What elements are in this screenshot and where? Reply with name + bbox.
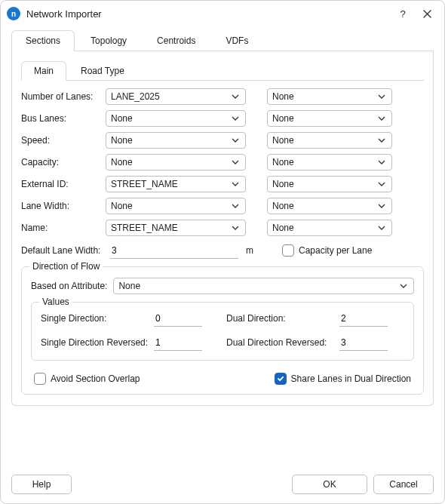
chevron-down-icon (376, 160, 387, 164)
tab-label: Centroids (157, 35, 195, 46)
label-capacity: Capacity: (21, 157, 106, 167)
direction-of-flow-group: Direction of Flow Based on Attribute: No… (21, 266, 424, 395)
tab-label: Road Type (81, 66, 124, 76)
chevron-down-icon (230, 94, 241, 99)
help-titlebar-button[interactable]: ? (393, 5, 413, 22)
sub-tabs: Main Road Type (21, 60, 424, 81)
combo-value: None (272, 157, 376, 167)
window-title: Network Importer (25, 8, 388, 20)
combo-number-of-lanes-right[interactable]: None (267, 88, 392, 105)
combo-lane-width-right[interactable]: None (267, 198, 392, 214)
app-icon-letter: n (11, 10, 16, 18)
svg-text:?: ? (400, 8, 405, 19)
help-button[interactable]: Help (11, 475, 72, 494)
combo-capacity-right[interactable]: None (267, 154, 392, 171)
tab-centroids[interactable]: Centroids (143, 30, 210, 51)
app-icon: n (7, 7, 20, 20)
button-label: Help (32, 479, 51, 490)
checkbox-label: Avoid Section Overlap (51, 373, 140, 384)
label-single-direction: Single Direction: (41, 313, 154, 324)
chevron-down-icon (376, 138, 387, 143)
label-dual-direction-reversed: Dual Direction Reversed: (226, 337, 339, 348)
chevron-down-icon (230, 138, 241, 143)
input-single-direction-reversed[interactable] (154, 334, 202, 351)
ok-button[interactable]: OK (292, 475, 367, 494)
label-default-lane-width: Default Lane Width: (21, 245, 106, 256)
label-based-on-attribute: Based on Attribute: (31, 281, 107, 291)
label-external-id: External ID: (21, 179, 106, 189)
input-single-direction[interactable] (154, 310, 202, 327)
combo-external-id-left[interactable]: STREET_NAME (106, 176, 246, 192)
capacity-per-lane-check[interactable]: Capacity per Lane (282, 244, 372, 257)
input-default-lane-width[interactable] (110, 242, 238, 259)
tab-vdfs[interactable]: VDFs (211, 30, 262, 51)
chevron-down-icon (398, 284, 409, 288)
combo-capacity-left[interactable]: None (106, 154, 246, 171)
combo-number-of-lanes-left[interactable]: LANE_2025 (106, 88, 246, 105)
chevron-down-icon (230, 160, 241, 164)
tab-label: Sections (26, 35, 60, 46)
combo-bus-lanes-right[interactable]: None (267, 110, 392, 127)
subtab-main[interactable]: Main (21, 61, 66, 81)
main-tabs: Sections Topology Centroids VDFs (11, 29, 434, 51)
combo-speed-right[interactable]: None (267, 132, 392, 149)
combo-value: None (111, 113, 230, 124)
network-importer-dialog: n Network Importer ? Sections Topology C… (0, 0, 445, 504)
values-grid: Single Direction: Dual Direction: Single… (41, 310, 404, 351)
combo-name-left[interactable]: STREET_NAME (106, 220, 246, 236)
chevron-down-icon (376, 182, 387, 186)
chevron-down-icon (376, 226, 387, 230)
label-bus-lanes: Bus Lanes: (21, 113, 106, 124)
combo-value: None (272, 223, 376, 233)
sections-tab-page: Main Road Type Number of Lanes: LANE_202… (11, 51, 434, 406)
chevron-down-icon (376, 94, 387, 99)
label-dual-direction: Dual Direction: (226, 313, 339, 324)
avoid-section-overlap-check[interactable]: Avoid Section Overlap (34, 373, 140, 385)
label-number-of-lanes: Number of Lanes: (21, 91, 106, 102)
combo-bus-lanes-left[interactable]: None (106, 110, 246, 127)
close-icon (423, 10, 431, 18)
chevron-down-icon (376, 204, 387, 208)
combo-based-on-attribute[interactable]: None (113, 278, 414, 294)
combo-value: None (272, 201, 376, 211)
checkbox-icon (275, 373, 287, 385)
share-lanes-check[interactable]: Share Lanes in Dual Direction (275, 373, 411, 385)
checkbox-label: Share Lanes in Dual Direction (291, 373, 411, 384)
combo-speed-left[interactable]: None (106, 132, 246, 149)
unit-label: m (246, 245, 253, 256)
subtab-road-type[interactable]: Road Type (68, 61, 137, 81)
chevron-down-icon (230, 226, 241, 230)
combo-external-id-right[interactable]: None (267, 176, 392, 192)
dialog-content: Sections Topology Centroids VDFs Main Ro… (1, 26, 444, 469)
tab-sections[interactable]: Sections (11, 30, 75, 51)
combo-value: STREET_NAME (111, 179, 230, 189)
combo-value: STREET_NAME (111, 223, 230, 233)
combo-value: None (272, 179, 376, 189)
group-legend: Direction of Flow (29, 261, 103, 272)
combo-name-right[interactable]: None (267, 220, 392, 236)
combo-value: LANE_2025 (111, 91, 230, 102)
dialog-footer: Help OK Cancel (1, 469, 444, 503)
combo-lane-width-left[interactable]: None (106, 198, 246, 214)
cancel-button[interactable]: Cancel (373, 475, 434, 494)
label-lane-width: Lane Width: (21, 201, 106, 211)
based-on-attribute-row: Based on Attribute: None (31, 278, 414, 294)
label-single-direction-reversed: Single Direction Reversed: (41, 337, 154, 348)
tab-label: VDFs (226, 35, 248, 46)
default-lane-width-row: Default Lane Width: m Capacity per Lane (21, 242, 424, 259)
values-group: Values Single Direction: Dual Direction:… (31, 302, 414, 361)
combo-value: None (111, 201, 230, 211)
close-titlebar-button[interactable] (417, 5, 437, 22)
checkbox-icon (282, 244, 294, 257)
combo-value: None (272, 113, 376, 124)
checkbox-label: Capacity per Lane (299, 245, 372, 256)
input-dual-direction[interactable] (339, 310, 388, 327)
tab-topology[interactable]: Topology (76, 30, 141, 51)
chevron-down-icon (230, 182, 241, 186)
combo-value: None (272, 135, 376, 146)
chevron-down-icon (230, 204, 241, 208)
label-name: Name: (21, 223, 106, 233)
input-dual-direction-reversed[interactable] (339, 334, 388, 351)
tab-label: Topology (91, 35, 127, 46)
combo-value: None (118, 281, 398, 291)
